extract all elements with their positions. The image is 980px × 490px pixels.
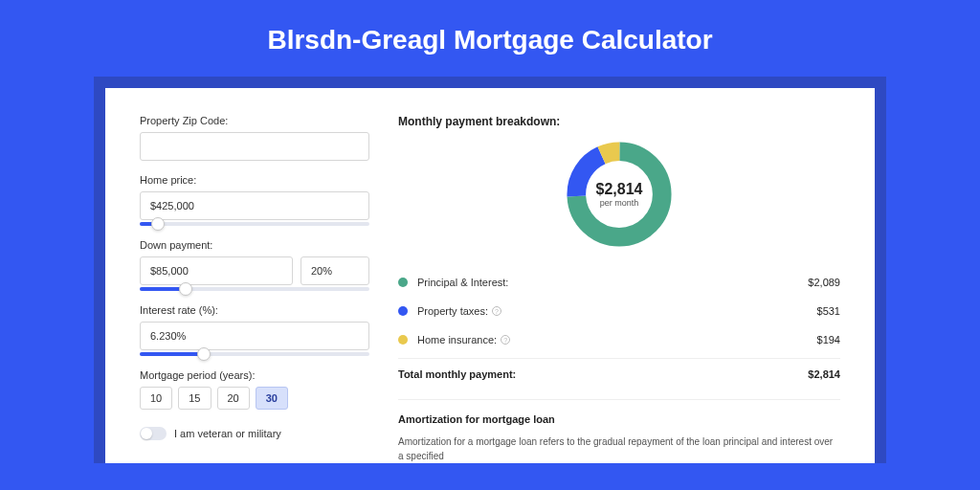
veteran-toggle[interactable]	[140, 427, 167, 440]
period-btn-20[interactable]: 20	[217, 387, 250, 410]
slider-thumb[interactable]	[197, 347, 211, 361]
dot-icon	[398, 335, 408, 345]
interest-slider[interactable]	[140, 352, 369, 356]
legend-taxes: Property taxes: ? $531	[398, 297, 840, 325]
amortization-title: Amortization for mortgage loan	[398, 413, 840, 425]
period-buttons: 10 15 20 30	[140, 387, 369, 410]
down-payment-label: Down payment:	[140, 239, 369, 251]
legend-insurance: Home insurance: ? $194	[398, 325, 840, 354]
interest-input[interactable]	[140, 322, 369, 350]
legend-principal: Principal & Interest: $2,089	[398, 268, 840, 297]
home-price-field: Home price:	[140, 174, 369, 226]
veteran-toggle-row: I am veteran or military	[140, 427, 369, 440]
zip-field: Property Zip Code:	[140, 115, 369, 161]
page-title: Blrsdn-Greagl Mortgage Calculator	[0, 0, 980, 77]
dot-icon	[398, 306, 408, 316]
legend-label: Home insurance: ?	[417, 334, 817, 345]
interest-field: Interest rate (%):	[140, 304, 369, 356]
breakdown-column: Monthly payment breakdown: $2,814 per mo…	[398, 115, 840, 463]
card-shadow: Property Zip Code: Home price: Down paym…	[94, 77, 886, 463]
veteran-label: I am veteran or military	[174, 428, 281, 439]
period-btn-15[interactable]: 15	[178, 387, 211, 410]
info-icon[interactable]: ?	[492, 306, 501, 316]
home-price-input[interactable]	[140, 191, 369, 220]
donut-chart: $2,814 per month	[398, 138, 840, 251]
info-icon[interactable]: ?	[501, 335, 510, 345]
inputs-column: Property Zip Code: Home price: Down paym…	[140, 115, 369, 463]
legend-label: Property taxes: ?	[417, 305, 817, 317]
calculator-card: Property Zip Code: Home price: Down paym…	[105, 88, 875, 463]
slider-thumb[interactable]	[179, 282, 192, 296]
total-label: Total monthly payment:	[398, 368, 808, 380]
period-btn-30[interactable]: 30	[256, 387, 288, 410]
total-row: Total monthly payment: $2,814	[398, 358, 840, 393]
down-payment-slider[interactable]	[140, 287, 369, 291]
period-btn-10[interactable]: 10	[140, 387, 172, 410]
legend-value: $2,089	[808, 277, 840, 288]
home-price-slider[interactable]	[140, 222, 369, 226]
zip-label: Property Zip Code:	[140, 115, 369, 126]
breakdown-title: Monthly payment breakdown:	[398, 115, 840, 128]
interest-label: Interest rate (%):	[140, 304, 369, 316]
down-payment-pct-input[interactable]	[301, 256, 369, 285]
amortization-section: Amortization for mortgage loan Amortizat…	[398, 399, 840, 463]
amortization-text: Amortization for a mortgage loan refers …	[398, 434, 840, 463]
period-label: Mortgage period (years):	[140, 369, 369, 381]
donut-center: $2,814 per month	[596, 181, 643, 208]
down-payment-input[interactable]	[140, 256, 293, 285]
legend-label: Principal & Interest:	[417, 277, 808, 288]
slider-thumb[interactable]	[151, 217, 165, 231]
down-payment-field: Down payment:	[140, 239, 369, 291]
dot-icon	[398, 278, 408, 287]
period-field: Mortgage period (years): 10 15 20 30	[140, 369, 369, 410]
legend-value: $531	[817, 305, 840, 317]
zip-input[interactable]	[140, 132, 369, 161]
home-price-label: Home price:	[140, 174, 369, 186]
donut-amount: $2,814	[596, 181, 643, 198]
donut-sub: per month	[596, 198, 643, 208]
total-value: $2,814	[808, 368, 840, 380]
legend-value: $194	[817, 334, 840, 345]
